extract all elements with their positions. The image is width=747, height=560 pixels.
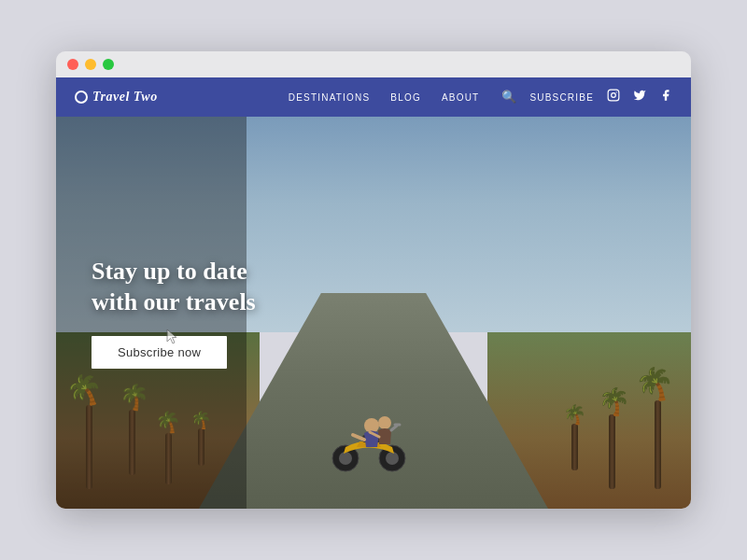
palm-trunk-4 (198, 428, 204, 466)
site-logo[interactable]: Travel Two (75, 90, 158, 105)
palm-trunk-r1 (571, 424, 578, 470)
maximize-button[interactable] (103, 59, 114, 70)
palm-trunk-1 (86, 405, 92, 489)
palm-tree-4: 🌴 (190, 412, 211, 466)
svg-line-10 (353, 435, 364, 440)
navbar: Travel Two DESTINATIONS BLOG ABOUT 🔍 SUB… (56, 77, 691, 117)
hero-heading-line2: with our travels (92, 288, 256, 315)
palm-tree-r1: 🌴 (563, 405, 586, 470)
browser-body: Travel Two DESTINATIONS BLOG ABOUT 🔍 SUB… (56, 77, 691, 509)
palm-tree-r2: 🌴 (596, 388, 628, 489)
hero-heading: Stay up to date with our travels (92, 257, 256, 317)
svg-point-2 (616, 91, 617, 92)
close-button[interactable] (67, 59, 78, 70)
hero-heading-line1: Stay up to date (92, 258, 247, 285)
nav-destinations[interactable]: DESTINATIONS (289, 92, 371, 103)
titlebar (56, 51, 691, 77)
logo-text: Travel Two (92, 90, 158, 105)
nav-blog[interactable]: BLOG (390, 92, 421, 103)
palm-tree-2: 🌴 (117, 385, 147, 475)
nav-subscribe-link[interactable]: SUBSCRIBE (529, 92, 594, 103)
instagram-icon[interactable] (607, 89, 620, 105)
palm-trunk-r2 (609, 414, 615, 489)
search-icon[interactable]: 🔍 (501, 90, 516, 105)
palm-leaves-2: 🌴 (117, 384, 150, 413)
nav-about[interactable]: ABOUT (442, 92, 479, 103)
logo-icon (75, 91, 88, 104)
palm-leaves-3: 🌴 (154, 412, 181, 434)
palm-leaves-r3: 🌴 (633, 366, 676, 403)
palm-leaves-1: 🌴 (63, 371, 106, 410)
palm-tree-3: 🌴 (156, 413, 181, 484)
nav-right: 🔍 SUBSCRIBE (501, 89, 672, 105)
facebook-icon[interactable] (659, 89, 672, 105)
palm-leaves-r2: 🌴 (596, 386, 632, 417)
palm-trunk-3 (165, 433, 172, 484)
svg-point-9 (378, 416, 391, 429)
scooter-illustration (317, 384, 430, 477)
palm-tree-1: 🌴 (70, 375, 107, 489)
browser-window: Travel Two DESTINATIONS BLOG ABOUT 🔍 SUB… (56, 51, 691, 509)
palm-trunk-2 (129, 410, 135, 475)
trees-right: 🌴 🌴 🌴 (469, 136, 691, 489)
palm-trunk-r3 (655, 400, 661, 489)
palm-leaves-r1: 🌴 (563, 405, 586, 424)
palm-leaves-4: 🌴 (190, 412, 211, 428)
palm-tree-r3: 🌴 (638, 369, 677, 489)
mouse-cursor (166, 329, 179, 342)
svg-point-1 (612, 93, 616, 98)
hero-section: 🌴 🌴 🌴 🌴 🌴 (56, 117, 691, 509)
svg-rect-0 (608, 90, 619, 101)
subscribe-now-button[interactable]: Subscribe now (92, 336, 227, 369)
svg-point-6 (339, 452, 352, 465)
svg-point-4 (386, 452, 399, 465)
svg-line-12 (391, 426, 397, 430)
hero-content: Stay up to date with our travels Subscri… (92, 257, 256, 369)
nav-links: DESTINATIONS BLOG ABOUT (289, 92, 480, 103)
twitter-icon[interactable] (633, 89, 646, 105)
minimize-button[interactable] (85, 59, 96, 70)
